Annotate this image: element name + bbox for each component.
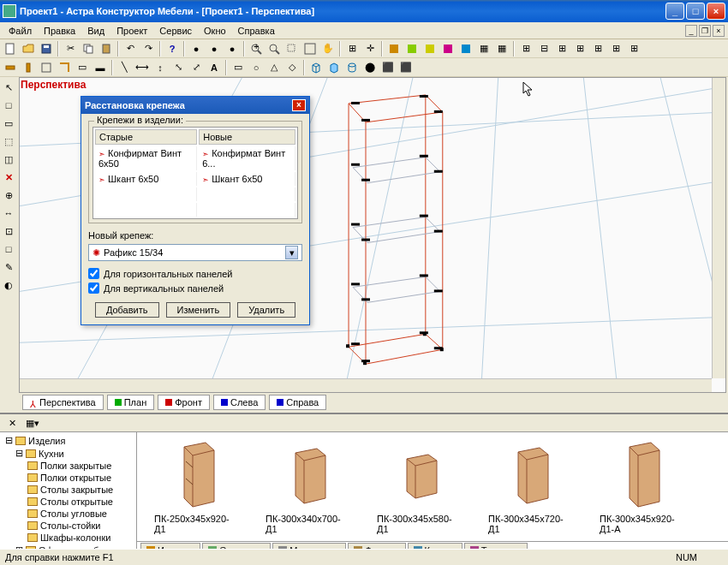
menu-file[interactable]: Файл	[3, 24, 37, 38]
tool-icon[interactable]: ▭	[0, 115, 17, 132]
render-icon[interactable]	[457, 40, 474, 57]
line-tool-icon[interactable]: ╲	[116, 59, 133, 76]
tool-icon[interactable]: ●	[188, 40, 205, 57]
change-button[interactable]: Изменить	[166, 302, 231, 318]
shape-icon[interactable]: ▭	[230, 59, 247, 76]
tool-icon[interactable]: ◐	[0, 277, 17, 294]
menu-view[interactable]: Вид	[82, 24, 110, 38]
tool-icon[interactable]: □	[0, 97, 17, 114]
dimension-icon[interactable]: ⟷	[134, 59, 151, 76]
box-icon[interactable]	[325, 59, 343, 76]
fastener-table[interactable]: Старые Новые ➣Конфирмат Винт 6x50 ➣Конфи…	[92, 127, 298, 219]
dimension-icon[interactable]: ↕	[152, 59, 169, 76]
add-panel-icon[interactable]	[20, 59, 37, 76]
tab-right[interactable]: Справа	[269, 395, 326, 410]
tree-leaf[interactable]: Столы открытые	[2, 496, 134, 508]
sphere-icon[interactable]: ⬤	[361, 59, 379, 76]
delete-icon[interactable]: ✕	[0, 169, 17, 186]
tool-icon[interactable]: ⬛	[379, 59, 397, 76]
save-icon[interactable]	[38, 40, 55, 57]
tab-perspective[interactable]: ⅄Перспектива	[22, 395, 104, 410]
library-tree[interactable]: ⊟ Изделия ⊟ Кухни Полки закрытые Полки о…	[0, 432, 137, 558]
col-old[interactable]: Старые	[95, 129, 197, 145]
render-icon[interactable]	[403, 40, 421, 57]
list-item[interactable]: ПК-250x345x920-Д1	[154, 440, 240, 534]
layout-icon[interactable]: ⊟	[535, 40, 552, 57]
menu-help[interactable]: Справка	[233, 24, 280, 38]
layout-icon[interactable]: ⊞	[589, 40, 606, 57]
doc-close-button[interactable]: ×	[713, 25, 725, 37]
menu-service[interactable]: Сервис	[154, 24, 197, 38]
axis-icon[interactable]: ✛	[361, 40, 379, 57]
layout-icon[interactable]: ⊞	[625, 40, 642, 57]
fastener-combo[interactable]: ✺ Рафикс 15/34 ▾	[88, 244, 302, 261]
tab-left[interactable]: Слева	[213, 395, 266, 410]
tool-icon[interactable]: ⊡	[0, 223, 17, 240]
tool-icon[interactable]: □	[0, 241, 17, 258]
tree-leaf[interactable]: Столы-стойки	[2, 520, 134, 532]
list-item[interactable]: ПК-300x345x720-Д1	[488, 440, 574, 534]
minimize-button[interactable]: _	[665, 3, 684, 20]
layout-icon[interactable]: ⊞	[517, 40, 534, 57]
render-icon[interactable]	[439, 40, 456, 57]
tree-leaf[interactable]: Столы закрытые	[2, 484, 134, 496]
horizontal-checkbox[interactable]: Для горизонтальных панелей	[88, 268, 302, 279]
tool-icon[interactable]: ●	[206, 40, 223, 57]
chevron-down-icon[interactable]: ▾	[285, 246, 298, 259]
menu-window[interactable]: Окно	[199, 24, 231, 38]
redo-icon[interactable]: ↷	[140, 40, 157, 57]
layout-icon[interactable]: ⊞	[571, 40, 588, 57]
layout-icon[interactable]: ⊞	[553, 40, 570, 57]
menu-project[interactable]: Проект	[111, 24, 152, 38]
zoom-in-icon[interactable]: +	[248, 40, 265, 57]
dialog-close-button[interactable]: ×	[292, 99, 306, 111]
tab-front[interactable]: Фронт	[158, 395, 210, 410]
shape-icon[interactable]: ◇	[283, 59, 301, 76]
add-panel-icon[interactable]: ▬	[92, 59, 109, 76]
add-panel-icon[interactable]	[56, 59, 73, 76]
box-icon[interactable]	[307, 59, 325, 76]
cylinder-icon[interactable]	[343, 59, 361, 76]
help-icon[interactable]: ?	[164, 40, 181, 57]
zoom-window-icon[interactable]	[283, 40, 301, 57]
open-icon[interactable]	[20, 40, 37, 57]
list-item[interactable]: ПК-300x345x580-Д1	[377, 440, 462, 534]
shape-icon[interactable]: ○	[248, 59, 265, 76]
col-new[interactable]: Новые	[199, 129, 295, 145]
tool-icon[interactable]: ◫	[0, 151, 17, 168]
add-panel-icon[interactable]	[38, 59, 55, 76]
new-icon[interactable]	[2, 40, 19, 57]
copy-icon[interactable]	[80, 40, 97, 57]
doc-restore-button[interactable]: ❐	[699, 25, 711, 37]
add-button[interactable]: Добавить	[95, 302, 159, 318]
dimension-icon[interactable]: ⤡	[170, 59, 187, 76]
render-icon[interactable]: ▦	[493, 40, 510, 57]
lib-view-icon[interactable]: ▦▾	[24, 414, 41, 431]
add-panel-icon[interactable]: ▭	[74, 59, 91, 76]
dimension-icon[interactable]: ⤢	[188, 59, 205, 76]
delete-button[interactable]: Удалить	[237, 302, 295, 318]
tool-icon[interactable]: ⬛	[397, 59, 415, 76]
render-icon[interactable]	[421, 40, 439, 57]
menu-edit[interactable]: Правка	[39, 24, 81, 38]
lib-tool-icon[interactable]: ✕	[3, 414, 21, 431]
vertical-checkbox[interactable]: Для вертикальных панелей	[88, 282, 302, 294]
maximize-button[interactable]: □	[686, 3, 705, 20]
tool-icon[interactable]: ⊕	[0, 187, 17, 204]
zoom-out-icon[interactable]	[266, 40, 283, 57]
tool-icon[interactable]: ↔	[0, 205, 17, 222]
tab-plan[interactable]: План	[107, 395, 155, 410]
paste-icon[interactable]	[98, 40, 115, 57]
add-panel-icon[interactable]	[2, 59, 19, 76]
tree-leaf[interactable]: Полки открытые	[2, 472, 134, 484]
horizontal-scrollbar[interactable]	[20, 378, 712, 392]
shape-icon[interactable]: △	[266, 59, 283, 76]
tree-node[interactable]: ⊟ Кухни	[2, 447, 134, 460]
list-item[interactable]: ПК-300x345x920-Д1-А	[600, 440, 685, 534]
list-item[interactable]: ПК-300x340x700-Д1	[266, 440, 351, 534]
tool-icon[interactable]: ●	[224, 40, 241, 57]
dialog-titlebar[interactable]: Расстановка крепежа ×	[81, 97, 309, 114]
close-button[interactable]: ×	[707, 3, 725, 20]
vertical-scrollbar[interactable]	[712, 78, 725, 378]
cut-icon[interactable]: ✂	[62, 40, 79, 57]
